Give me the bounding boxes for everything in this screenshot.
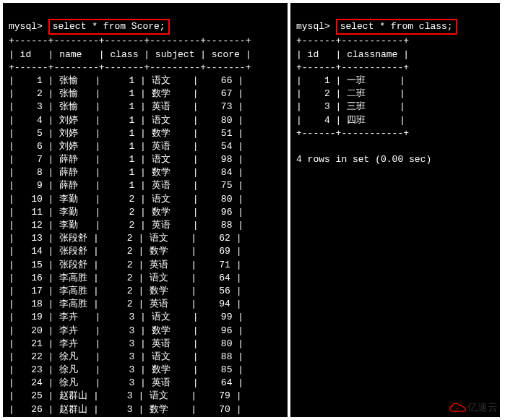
score-table-body: | 1 | 张愉 | 1 | 语文 | 66 || 2 | 张愉 | 1 | 数… xyxy=(9,74,282,420)
table-row: | 24 | 徐凡 | 3 | 英语 | 64 | xyxy=(9,377,282,390)
table-row: | 21 | 李卉 | 3 | 英语 | 80 | xyxy=(9,338,282,351)
table-row: | 19 | 李卉 | 3 | 语文 | 99 | xyxy=(9,311,282,324)
mysql-prompt: mysql> xyxy=(9,21,43,32)
table-border-top: +------+--------+-------+---------+-----… xyxy=(9,35,251,46)
table-row: | 2 | 二班 | xyxy=(296,87,494,100)
class-table-body: | 1 | 一班 || 2 | 二班 || 3 | 三班 || 4 | 四班 | xyxy=(296,74,494,127)
table-row: | 1 | 张愉 | 1 | 语文 | 66 | xyxy=(9,74,282,87)
table-row: | 16 | 李高胜 | 2 | 语文 | 64 | xyxy=(9,272,282,285)
table-row: | 23 | 徐凡 | 3 | 数学 | 85 | xyxy=(9,364,282,377)
table-border-bot: +------+-----------+ xyxy=(296,128,409,139)
table-row: | 11 | 李勤 | 2 | 数学 | 96 | xyxy=(9,206,282,219)
table-row: | 18 | 李高胜 | 2 | 英语 | 94 | xyxy=(9,298,282,311)
table-border-mid: +------+--------+-------+---------+-----… xyxy=(9,62,251,73)
terminal-container: mysql> select * from Score; +------+----… xyxy=(0,0,505,420)
table-row: | 25 | 赵群山 | 3 | 语文 | 79 | xyxy=(9,390,282,403)
table-border-top: +------+-----------+ xyxy=(296,35,409,46)
table-row: | 20 | 李卉 | 3 | 数学 | 96 | xyxy=(9,325,282,338)
table-row: | 17 | 李高胜 | 2 | 数学 | 56 | xyxy=(9,285,282,298)
table-row: | 3 | 三班 | xyxy=(296,100,494,113)
table-row: | 12 | 李勤 | 2 | 英语 | 88 | xyxy=(9,219,282,232)
table-row: | 4 | 刘婷 | 1 | 语文 | 80 | xyxy=(9,114,282,127)
table-border-mid: +------+-----------+ xyxy=(296,62,409,73)
table-row: | 5 | 刘婷 | 1 | 数学 | 51 | xyxy=(9,127,282,140)
table-row: | 14 | 张段舒 | 2 | 数学 | 69 | xyxy=(9,245,282,258)
table-row: | 4 | 四班 | xyxy=(296,114,494,127)
cloud-icon: ∞ xyxy=(449,402,466,413)
watermark-text: 亿速云 xyxy=(467,401,498,414)
table-row: | 22 | 徐凡 | 3 | 语文 | 88 | xyxy=(9,351,282,364)
table-row: | 10 | 李勤 | 2 | 语文 | 80 | xyxy=(9,193,282,206)
table-row: | 9 | 薛静 | 1 | 英语 | 75 | xyxy=(9,179,282,192)
table-row: | 15 | 张段舒 | 2 | 英语 | 71 | xyxy=(9,259,282,272)
table-row: | 2 | 张愉 | 1 | 数学 | 67 | xyxy=(9,87,282,100)
table-row: | 27 | 赵群山 | 3 | 英语 | 80 | xyxy=(9,416,282,420)
mysql-prompt: mysql> xyxy=(296,21,330,32)
svg-text:∞: ∞ xyxy=(456,406,459,411)
table-row: | 7 | 薛静 | 1 | 语文 | 98 | xyxy=(9,153,282,166)
sql-command-class: select * from class; xyxy=(336,19,457,35)
table-row: | 1 | 一班 | xyxy=(296,74,494,87)
result-footer: 4 rows in set (0.00 sec) xyxy=(296,154,431,165)
table-header-row: | id | name | class | subject | score | xyxy=(9,49,251,60)
table-header-row: | id | classname | xyxy=(296,49,409,60)
sql-command-score: select * from Score; xyxy=(48,19,170,35)
mysql-terminal-class[interactable]: mysql> select * from class; +------+----… xyxy=(290,3,500,417)
table-row: | 26 | 赵群山 | 3 | 数学 | 70 | xyxy=(9,403,282,416)
mysql-terminal-score[interactable]: mysql> select * from Score; +------+----… xyxy=(3,3,288,417)
table-row: | 8 | 薛静 | 1 | 数学 | 84 | xyxy=(9,166,282,179)
table-row: | 13 | 张段舒 | 2 | 语文 | 62 | xyxy=(9,232,282,245)
watermark: ∞ 亿速云 xyxy=(449,401,498,414)
table-row: | 6 | 刘婷 | 1 | 英语 | 54 | xyxy=(9,140,282,153)
table-row: | 3 | 张愉 | 1 | 英语 | 73 | xyxy=(9,100,282,113)
